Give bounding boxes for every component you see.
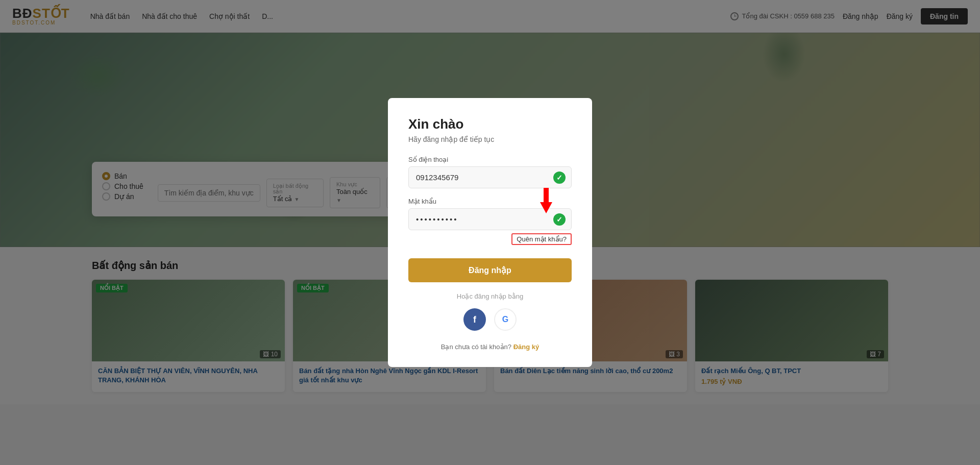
register-link[interactable]: Đăng ký [513,343,540,351]
login-modal: Xin chào Hãy đăng nhập để tiếp tục Số đi… [388,98,592,367]
modal-title: Xin chào [408,116,572,132]
phone-input[interactable] [408,166,572,188]
facebook-login-button[interactable]: f [463,308,486,331]
modal-overlay[interactable]: Xin chào Hãy đăng nhập để tiếp tục Số đi… [0,0,980,404]
phone-input-wrap: ✓ [408,166,572,188]
password-group: Mật khẩu ✓ Quên mật khẩu? [408,198,572,245]
or-text: Hoặc đăng nhập bằng [408,292,572,300]
red-arrow-annotation [536,188,556,213]
modal-subtitle: Hãy đăng nhập để tiếp tục [408,135,572,143]
phone-check-icon: ✓ [553,172,566,184]
social-buttons: f G [408,308,572,331]
google-login-button[interactable]: G [494,308,517,331]
forgot-password-button[interactable]: Quên mật khẩu? [511,233,572,245]
phone-label: Số điện thoại [408,156,572,163]
phone-group: Số điện thoại ✓ [408,156,572,188]
svg-rect-1 [544,188,549,203]
svg-marker-0 [540,202,552,213]
password-input-wrap: ✓ [408,208,572,230]
forgot-link: Quên mật khẩu? [408,233,572,245]
login-submit-button[interactable]: Đăng nhập [408,258,572,282]
register-prompt: Bạn chưa có tài khoản? Đăng ký [408,343,572,351]
